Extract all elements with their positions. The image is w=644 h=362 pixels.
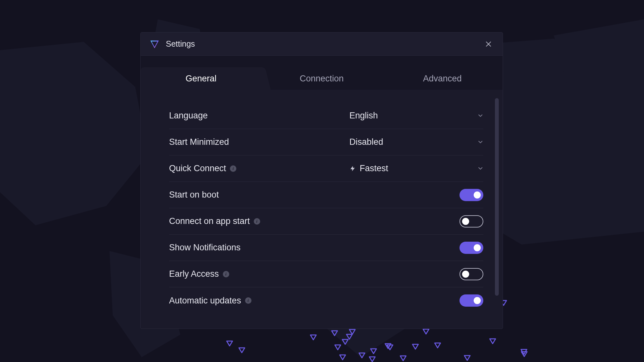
row-connect-on-start: Connect on app start i: [169, 208, 483, 235]
row-early-access: Early Access i: [169, 261, 483, 287]
row-start-on-boot: Start on boot: [169, 182, 483, 208]
select-value: Disabled: [349, 137, 474, 147]
toggle-knob: [474, 297, 481, 304]
close-icon: [485, 41, 492, 48]
row-label: Language: [169, 111, 208, 121]
row-label: Early Access i: [169, 269, 229, 279]
row-label: Quick Connect i: [169, 163, 236, 173]
chevron-down-icon: [478, 137, 483, 147]
row-show-notifications: Show Notifications: [169, 235, 483, 261]
chevron-down-icon: [478, 163, 483, 173]
toggle-knob: [462, 271, 469, 278]
scrollbar[interactable]: [495, 98, 499, 296]
row-label: Show Notifications: [169, 243, 241, 253]
row-language: Language English: [169, 103, 483, 129]
quick-connect-select[interactable]: Fastest: [349, 155, 483, 182]
show-notifications-toggle[interactable]: [459, 242, 483, 254]
chevron-down-icon: [478, 111, 483, 121]
tab-general[interactable]: General: [141, 67, 261, 90]
connect-on-start-toggle[interactable]: [459, 215, 483, 227]
info-icon[interactable]: i: [223, 271, 229, 277]
select-value: Fastest: [360, 163, 474, 173]
tabs: General Connection Advanced: [141, 56, 503, 90]
row-automatic-updates: Automatic updates i: [169, 287, 483, 314]
close-button[interactable]: [482, 38, 495, 51]
bolt-icon: [349, 165, 356, 172]
row-label: Connect on app start i: [169, 216, 260, 226]
tab-label: Connection: [300, 74, 344, 84]
tab-connection[interactable]: Connection: [261, 67, 382, 90]
start-on-boot-toggle[interactable]: [459, 189, 483, 201]
info-icon[interactable]: i: [230, 165, 236, 172]
start-minimized-select[interactable]: Disabled: [349, 129, 483, 155]
early-access-toggle[interactable]: [459, 268, 483, 280]
dialog-header: Settings: [141, 32, 503, 56]
select-value: English: [349, 111, 474, 121]
dialog-title: Settings: [166, 39, 482, 49]
language-select[interactable]: English: [349, 103, 483, 129]
settings-content: Language English Start Minimized Disable…: [141, 90, 503, 329]
toggle-knob: [462, 218, 469, 225]
tab-advanced[interactable]: Advanced: [382, 67, 503, 90]
row-label: Automatic updates i: [169, 296, 251, 306]
row-label: Start on boot: [169, 190, 219, 200]
tab-label: General: [185, 74, 216, 84]
row-start-minimized: Start Minimized Disabled: [169, 129, 483, 155]
toggle-knob: [474, 244, 481, 251]
settings-dialog: Settings General Connection Advanced Lan…: [140, 32, 503, 329]
toggle-knob: [474, 191, 481, 199]
info-icon[interactable]: i: [254, 218, 260, 225]
row-label: Start Minimized: [169, 137, 229, 147]
tab-label: Advanced: [423, 74, 462, 84]
automatic-updates-toggle[interactable]: [459, 294, 483, 307]
row-quick-connect: Quick Connect i Fastest: [169, 155, 483, 182]
app-logo-icon: [150, 39, 159, 49]
info-icon[interactable]: i: [245, 297, 251, 304]
